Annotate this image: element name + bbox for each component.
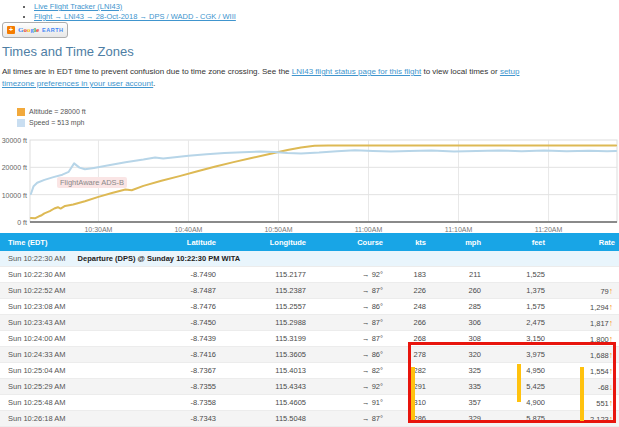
cell-course: → 91° <box>310 395 387 411</box>
cell-longitude: 115.5048 <box>220 411 310 427</box>
cell-longitude: 115.4013 <box>220 363 310 379</box>
cell-latitude: -8.7490 <box>155 267 220 283</box>
table-row: Sun 10:24:00 AM -8.7439 115.3199 → 87° 2… <box>0 331 619 347</box>
header-course: Course <box>310 233 387 251</box>
cell-rate: 1,800↑ <box>549 331 619 347</box>
header-time: Time (EDT) <box>0 233 155 251</box>
svg-text:11:00AM: 11:00AM <box>355 226 383 233</box>
cell-feet: 4,900 <box>485 395 549 411</box>
intro-segment: All times are in EDT time to prevent con… <box>2 67 292 76</box>
cell-course: → 87° <box>310 283 387 299</box>
header-longitude: Longitude <box>220 233 310 251</box>
cell-rate: -68↓ <box>549 379 619 395</box>
cell-rate: 1,294↑ <box>549 299 619 315</box>
cell-feet: 1,525 <box>485 267 549 283</box>
cell-kts: 266 <box>387 315 430 331</box>
header-latitude: Latitude <box>155 233 220 251</box>
cell-rate: 1,817↑ <box>549 315 619 331</box>
rate-arrow-icon: ↓ <box>609 382 613 392</box>
cell-latitude: -8.7358 <box>155 395 220 411</box>
cell-mph: 308 <box>430 331 485 347</box>
rate-arrow-icon: ↑ <box>609 318 613 328</box>
cell-course: → 92° <box>310 267 387 283</box>
cell-longitude: 115.3605 <box>220 347 310 363</box>
rate-arrow-icon: ↑ <box>609 366 613 376</box>
cell-course: → 86° <box>310 347 387 363</box>
departure-time: Sun 10:22:30 AM <box>8 254 66 263</box>
cell-rate: 551↑ <box>549 395 619 411</box>
cell-latitude: -8.7367 <box>155 363 220 379</box>
cell-time: Sun 10:22:52 AM <box>0 283 155 299</box>
cell-feet: 1,575 <box>485 299 549 315</box>
cell-kts: 286 <box>387 411 430 427</box>
cell-longitude: 115.2177 <box>220 267 310 283</box>
svg-text:30000 ft: 30000 ft <box>2 137 27 144</box>
speed-swatch-icon <box>17 119 25 127</box>
intro-segment: to view local times or <box>421 67 500 76</box>
table-row: Sun 10:22:30 AM -8.7490 115.2177 → 92° 1… <box>0 267 619 283</box>
table-body: Sun 10:22:30 AMDeparture (DPS) @ Sunday … <box>0 251 619 427</box>
breadcrumb: Live Flight Tracker (LNI43) Flight → LNI… <box>20 0 236 21</box>
page-title: Times and Time Zones <box>2 44 134 59</box>
google-earth-button[interactable]: + Google EARTH <box>2 22 68 38</box>
cell-latitude: -8.7343 <box>155 411 220 427</box>
cell-time: Sun 10:23:43 AM <box>0 315 155 331</box>
cell-course: → 86° <box>310 299 387 315</box>
table-header-row: Time (EDT) Latitude Longitude Course kts… <box>0 233 619 251</box>
cell-rate: 79↑ <box>549 283 619 299</box>
departure-note: Departure (DPS) @ Sunday 10:22:30 PM WIT… <box>78 254 241 263</box>
rate-value: 1,688 <box>590 351 609 360</box>
breadcrumb-item: Live Flight Tracker (LNI43) <box>34 2 236 12</box>
cell-rate: 1,554↑ <box>549 363 619 379</box>
header-feet: feet <box>485 233 549 251</box>
rate-arrow-icon: ↑ <box>609 286 613 296</box>
google-earth-label: EARTH <box>42 27 63 33</box>
rate-value: 1,800 <box>590 335 609 344</box>
cell-mph: 260 <box>430 283 485 299</box>
cell-time: Sun 10:24:33 AM <box>0 347 155 363</box>
cell-mph: 335 <box>430 379 485 395</box>
adsb-source-label: FlightAware ADS-B <box>57 177 127 188</box>
table-row: Sun 10:26:18 AM -8.7343 115.5048 → 87° 2… <box>0 411 619 427</box>
table-row: Sun 10:25:04 AM -8.7367 115.4013 → 82° 2… <box>0 363 619 379</box>
flight-log-table: Time (EDT) Latitude Longitude Course kts… <box>0 233 619 427</box>
svg-text:10000 ft: 10000 ft <box>2 192 27 199</box>
cell-kts: 248 <box>387 299 430 315</box>
cell-latitude: -8.7450 <box>155 315 220 331</box>
cell-mph: 285 <box>430 299 485 315</box>
flight-route-link[interactable]: Flight → LNI43 → 28-Oct-2018 → DPS / WAD… <box>34 12 236 21</box>
cell-kts: 310 <box>387 395 430 411</box>
rate-arrow-icon: ↑ <box>609 302 613 312</box>
cell-time: Sun 10:25:04 AM <box>0 363 155 379</box>
live-flight-tracker-link[interactable]: Live Flight Tracker (LNI43) <box>34 2 122 11</box>
cell-feet: 3,975 <box>485 347 549 363</box>
legend-altitude-label: Altitude = 28000 ft <box>29 108 86 115</box>
cell-longitude: 115.3199 <box>220 331 310 347</box>
header-rate: Rate <box>549 233 619 251</box>
cell-course: → 87° <box>310 331 387 347</box>
plus-icon: + <box>7 26 15 34</box>
cell-time: Sun 10:22:30 AM <box>0 267 155 283</box>
table-row: Sun 10:25:48 AM -8.7358 115.4605 → 91° 3… <box>0 395 619 411</box>
svg-text:10:30AM: 10:30AM <box>84 226 112 233</box>
rate-value: -68 <box>598 383 609 392</box>
cell-rate <box>549 267 619 283</box>
cell-longitude: 115.4605 <box>220 395 310 411</box>
table-row: Sun 10:24:33 AM -8.7416 115.3605 → 86° 2… <box>0 347 619 363</box>
legend-row-speed: Speed = 513 mph <box>17 117 86 128</box>
table-row: Sun 10:22:52 AM -8.7487 115.2387 → 87° 2… <box>0 283 619 299</box>
cell-kts: 268 <box>387 331 430 347</box>
rate-value: 1,554 <box>590 367 609 376</box>
cell-latitude: -8.7487 <box>155 283 220 299</box>
intro-text: All times are in EDT time to prevent con… <box>2 66 550 89</box>
cell-latitude: -8.7416 <box>155 347 220 363</box>
table-row: Sun 10:25:29 AM -8.7355 115.4343 → 92° 2… <box>0 379 619 395</box>
cell-time: Sun 10:25:29 AM <box>0 379 155 395</box>
rate-arrow-icon: ↑ <box>609 334 613 344</box>
flight-status-page-link[interactable]: LNI43 flight status page for this flight <box>292 67 421 76</box>
cell-longitude: 115.2387 <box>220 283 310 299</box>
cell-longitude: 115.2557 <box>220 299 310 315</box>
breadcrumb-item: Flight → LNI43 → 28-Oct-2018 → DPS / WAD… <box>34 12 236 22</box>
header-mph: mph <box>430 233 485 251</box>
header-kts: kts <box>387 233 430 251</box>
